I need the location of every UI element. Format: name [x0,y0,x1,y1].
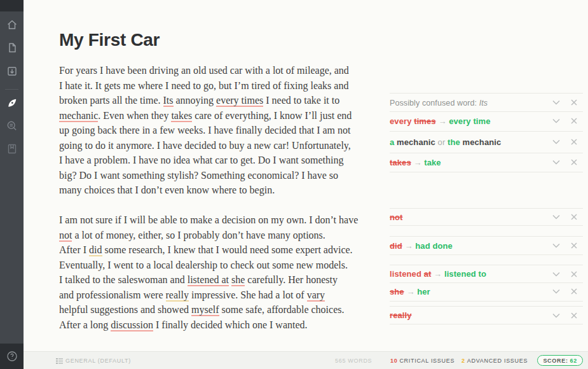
critical-issues-label: CRITICAL ISSUES [399,358,455,364]
issue-span[interactable]: really [166,289,189,302]
suggestion-card[interactable]: a mechanic or the mechanic [390,131,583,153]
issue-span[interactable]: discussion [111,319,153,331]
issue-span[interactable]: listened at [188,274,229,286]
issues-summary[interactable]: 10 CRITICAL ISSUES 2 ADVANCED ISSUES [390,352,528,369]
issue-span[interactable]: did [89,244,102,256]
document-type-selector[interactable]: GENERAL (DEFAULT) [56,352,131,369]
advanced-issues-label: ADVANCED ISSUES [467,358,528,364]
suggestion-card[interactable]: not [390,208,583,226]
text-span: I need to take it to [263,95,339,106]
status-bar: GENERAL (DEFAULT) 565 WORDS 10 CRITICAL … [24,351,588,369]
paragraph: I am not sure if I will be able to make … [59,212,390,332]
suggestion-text: listened at → listened to [390,269,552,279]
help-icon[interactable] [0,347,24,365]
chevron-down-icon[interactable] [552,243,560,248]
score-label: SCORE: [543,358,568,364]
issue-span[interactable]: myself [191,304,219,316]
sidebar-header [0,0,24,11]
chevron-down-icon[interactable] [552,272,560,277]
suggestion-text: really [390,310,552,320]
suggestion-card[interactable]: listened at → listened to [390,265,583,283]
suggestion-text: takes → take [390,158,552,167]
suggestion-text: not [390,212,552,222]
issue-span[interactable]: every times [216,95,263,107]
close-icon[interactable] [571,271,577,277]
suggestion-text: Possibly confused word: Its [390,98,552,108]
editor-area: My First Car For years I have been drivi… [24,0,588,352]
suggestion-card[interactable]: every times → every time [390,111,583,132]
text-span: annoying [174,95,217,106]
close-icon[interactable] [571,99,577,106]
suggestion-text: did → had done [390,241,552,251]
issue-span[interactable]: not [59,230,72,242]
download-icon[interactable] [0,62,24,80]
issue-span[interactable]: vary [307,289,325,302]
close-icon[interactable] [571,118,577,124]
text-span: I finally decided which one I wanted. [153,319,308,330]
sidebar-divider [5,89,18,90]
text-span: care of everything, I know I’ll just end… [59,110,352,196]
home-icon[interactable] [0,16,24,34]
text-span: I am not sure if I will be able to make … [59,214,358,225]
dictionary-icon[interactable] [0,140,24,158]
chevron-down-icon[interactable] [552,100,560,105]
close-icon[interactable] [571,288,577,295]
suggestion-card[interactable]: she → her [390,282,583,302]
paragraph: For years I have been driving an old use… [59,63,390,198]
plagiarism-icon[interactable] [0,117,24,135]
chevron-down-icon[interactable] [552,160,560,165]
text-span: impressive. She had a lot of [189,289,307,300]
suggestion-card[interactable]: Possibly confused word: Its [390,93,583,112]
close-icon[interactable] [571,139,577,145]
issue-span[interactable]: she [231,274,245,286]
document-title[interactable]: My First Car [59,31,160,50]
chevron-down-icon[interactable] [552,118,560,123]
issue-span[interactable]: Its [163,95,174,107]
document-type-label: GENERAL (DEFAULT) [65,358,131,364]
text-span: helpful suggestions and showed [59,304,191,315]
suggestion-text: every times → every time [390,116,552,126]
issue-span[interactable]: takes [171,110,192,122]
help-block [0,344,24,369]
score-badge[interactable]: SCORE: 62 [537,355,583,366]
critical-issues-count: 10 [390,358,397,364]
document-body[interactable]: For years I have been driving an old use… [59,63,390,332]
score-value: 62 [570,358,577,364]
issue-span[interactable]: mechanic [59,110,98,122]
chevron-down-icon[interactable] [552,139,560,144]
text-span: . Even when they [98,110,171,121]
chevron-down-icon[interactable] [552,289,560,294]
advanced-issues-count: 2 [462,358,465,364]
suggestion-text: a mechanic or the mechanic [390,137,552,147]
pen-icon[interactable] [0,94,24,112]
suggestion-card[interactable]: takes → take [390,153,583,172]
word-count-label: 565 WORDS [335,358,372,364]
new-document-icon[interactable] [0,39,24,57]
chevron-down-icon[interactable] [552,313,560,318]
suggestion-card[interactable]: really [390,306,583,324]
suggestion-text: she → her [390,287,552,296]
document-type-icon [56,358,63,364]
sidebar [0,0,24,369]
close-icon[interactable] [571,159,577,165]
suggestion-card[interactable]: did → had done [390,236,583,255]
chevron-down-icon[interactable] [552,214,560,219]
close-icon[interactable] [571,312,577,319]
close-icon[interactable] [571,214,577,220]
close-icon[interactable] [571,242,577,249]
word-count: 565 WORDS [335,352,372,369]
